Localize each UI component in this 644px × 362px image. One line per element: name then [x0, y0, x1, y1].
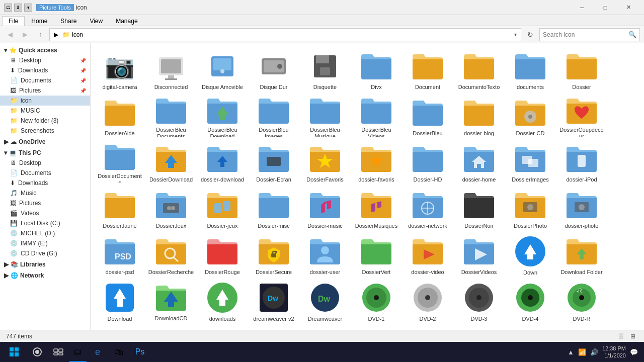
list-item[interactable]: documents: [505, 47, 555, 93]
sidebar-item-local-disk[interactable]: 💾 Local Disk (C:): [0, 218, 90, 228]
nav-up-button[interactable]: ↑: [34, 29, 46, 41]
grid-view-button[interactable]: ⊞: [628, 331, 638, 341]
list-item[interactable]: -RDVD-R: [556, 279, 607, 324]
list-item[interactable]: DVD-3: [454, 279, 504, 324]
sidebar-item-screenshots[interactable]: 📁 Screenshots: [0, 126, 90, 136]
minimize-button[interactable]: ─: [571, 0, 594, 15]
list-item[interactable]: Down: [505, 232, 555, 278]
start-button[interactable]: [2, 342, 26, 362]
list-item[interactable]: DossierBleu Images: [249, 94, 299, 139]
tab-view[interactable]: View: [83, 16, 109, 26]
list-item[interactable]: Dossier: [556, 47, 607, 93]
list-item[interactable]: dossier-favoris: [351, 140, 401, 185]
cortana-button[interactable]: [27, 342, 47, 362]
list-item[interactable]: Disquette: [300, 47, 350, 93]
list-item[interactable]: dossier-video: [403, 232, 453, 278]
sidebar-item-thispc-documents[interactable]: 📄 Documents: [0, 168, 90, 178]
list-item[interactable]: DossierMusiques: [351, 186, 401, 231]
list-item[interactable]: DossierBleu Documents: [146, 94, 196, 139]
sidebar-item-thispc-desktop[interactable]: 🖥 Desktop: [0, 158, 90, 168]
list-item[interactable]: Dossier-jeux: [197, 186, 248, 231]
sidebar-item-downloads[interactable]: ⬇ Downloads 📌: [0, 65, 90, 75]
sidebar-item-documents[interactable]: 📄 Documents 📌: [0, 75, 90, 85]
action-center-icon[interactable]: 💬: [630, 348, 638, 356]
sidebar-item-music[interactable]: 📁 MUSIC: [0, 106, 90, 116]
list-view-button[interactable]: ☰: [616, 331, 626, 341]
list-item[interactable]: dossier-blog: [454, 94, 504, 139]
list-item[interactable]: DossierCoupdecour: [556, 94, 607, 139]
tab-share[interactable]: Share: [54, 16, 83, 26]
tab-manage[interactable]: Manage: [109, 16, 144, 26]
address-chevron-icon[interactable]: ▾: [514, 32, 517, 37]
tray-arrow-icon[interactable]: ▲: [568, 348, 574, 356]
picture-tools-tab[interactable]: Picture Tools: [36, 4, 74, 11]
list-item[interactable]: DownloadCD: [146, 279, 196, 324]
volume-tray-icon[interactable]: 🔊: [590, 348, 598, 356]
sidebar-item-desktop[interactable]: 🖥 Desktop 📌: [0, 55, 90, 65]
nav-back-button[interactable]: ◀: [4, 29, 16, 41]
list-item[interactable]: DVD-4: [505, 279, 555, 324]
list-item[interactable]: dossier-home: [454, 140, 504, 185]
list-item[interactable]: DVD-2: [403, 279, 453, 324]
list-item[interactable]: PSDdossier-psd: [95, 232, 145, 278]
list-item[interactable]: DwDreamweaver: [300, 279, 350, 324]
list-item[interactable]: DossierDownload: [146, 140, 196, 185]
tab-home[interactable]: Home: [25, 16, 54, 26]
nav-forward-button[interactable]: ▶: [19, 29, 31, 41]
libraries-header[interactable]: ▶ 📚 Libraries: [0, 259, 90, 269]
list-item[interactable]: DVD-1: [351, 279, 401, 324]
list-item[interactable]: DossierPhoto: [505, 186, 555, 231]
list-item[interactable]: Dossier-music: [300, 186, 350, 231]
list-item[interactable]: DossierJeux: [146, 186, 196, 231]
list-item[interactable]: DossierRecherche: [146, 232, 196, 278]
list-item[interactable]: DossierVert: [351, 232, 401, 278]
taskbar-edge[interactable]: e: [88, 342, 108, 362]
close-button[interactable]: ✕: [617, 0, 640, 15]
list-item[interactable]: dossier-download: [197, 140, 248, 185]
search-icon[interactable]: 🔍: [628, 31, 636, 38]
list-item[interactable]: Dwdreamweaver v2: [249, 279, 299, 324]
list-item[interactable]: dossier-iPod: [556, 140, 607, 185]
sidebar-item-cd[interactable]: 💿 CD Drive (G:): [0, 248, 90, 258]
sidebar-item-thispc-pictures[interactable]: 🖼 Pictures: [0, 198, 90, 208]
taskbar-explorer[interactable]: 🗂: [69, 342, 87, 362]
quick-access-header[interactable]: ▾ ⭐ Quick access: [0, 45, 90, 55]
list-item[interactable]: Dossier-CD: [505, 94, 555, 139]
list-item[interactable]: DossierImages: [505, 140, 555, 185]
list-item[interactable]: DossierBleu Download: [197, 94, 248, 139]
task-view-button[interactable]: [48, 342, 68, 362]
list-item[interactable]: Download Folder: [556, 232, 607, 278]
list-item[interactable]: Dossier-Ecran: [249, 140, 299, 185]
quick-access-icon[interactable]: ⬇: [14, 4, 22, 12]
list-item[interactable]: 📷digital-camera: [95, 47, 145, 93]
sidebar-item-thispc-downloads[interactable]: ⬇ Downloads: [0, 178, 90, 188]
list-item[interactable]: Disque Amovible: [197, 47, 248, 93]
list-item[interactable]: DossierRouge: [197, 232, 248, 278]
list-item[interactable]: Disconnected: [146, 47, 196, 93]
search-input[interactable]: [543, 31, 628, 38]
list-item[interactable]: Dossier-HD: [403, 140, 453, 185]
list-item[interactable]: DossierDocuments: [95, 140, 145, 185]
taskbar-ps[interactable]: Ps: [130, 342, 150, 362]
network-tray-icon[interactable]: 📶: [578, 348, 586, 356]
sidebar-item-icon[interactable]: 📁 icon: [0, 96, 90, 106]
list-item[interactable]: dossier-network: [403, 186, 453, 231]
list-item[interactable]: DossierBleu Videos: [351, 94, 401, 139]
tray-time[interactable]: 12:38 PM 1/1/2020: [602, 345, 626, 359]
list-item[interactable]: Dossier-misc: [249, 186, 299, 231]
list-item[interactable]: DossierJaune: [95, 186, 145, 231]
taskbar-store[interactable]: 🛍: [109, 342, 129, 362]
list-item[interactable]: Document: [403, 47, 453, 93]
search-box[interactable]: 🔍: [539, 28, 640, 41]
list-item[interactable]: DocumentoTexto: [454, 47, 504, 93]
address-path[interactable]: ▶ 📁 icon ▾: [49, 28, 521, 41]
sidebar-item-newfolder[interactable]: 📁 New folder (3): [0, 116, 90, 126]
list-item[interactable]: DossierNoir: [454, 186, 504, 231]
list-item[interactable]: DossierFavoris: [300, 140, 350, 185]
maximize-button[interactable]: □: [594, 0, 617, 15]
sidebar-item-thispc-videos[interactable]: 🎬 Videos: [0, 208, 90, 218]
sidebar-item-immy[interactable]: 💿 IMMY (E:): [0, 238, 90, 248]
list-item[interactable]: Download: [95, 279, 145, 324]
list-item[interactable]: dossier-user: [300, 232, 350, 278]
list-item[interactable]: RAMDVD-RAM: [95, 325, 145, 330]
